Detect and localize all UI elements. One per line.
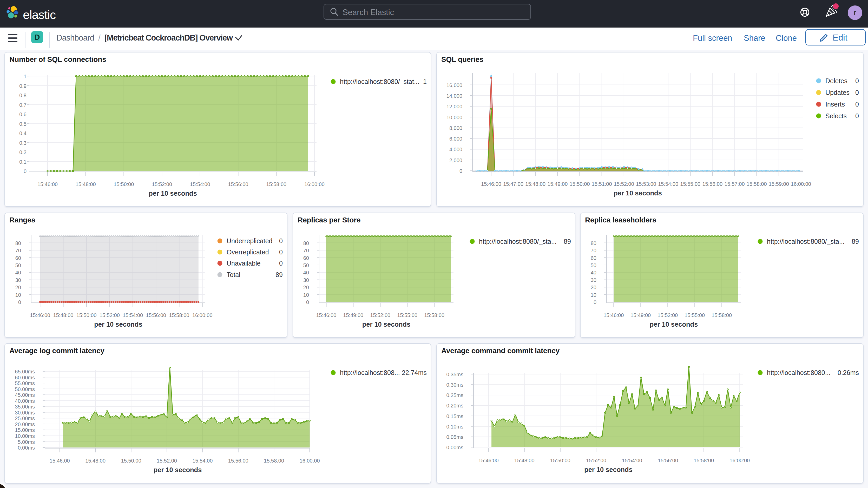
svg-text:15:50:00: 15:50:00 bbox=[114, 181, 134, 187]
svg-text:15:48:00: 15:48:00 bbox=[53, 312, 73, 318]
svg-text:10,000: 10,000 bbox=[446, 115, 462, 120]
svg-text:15:46:00: 15:46:00 bbox=[603, 312, 624, 318]
svg-text:15:46:00: 15:46:00 bbox=[478, 458, 499, 463]
svg-text:16:00:00: 16:00:00 bbox=[192, 312, 213, 318]
svg-text:http://localhost:808...: http://localhost:808... bbox=[340, 369, 400, 376]
svg-text:15:49:00: 15:49:00 bbox=[547, 181, 567, 187]
svg-text:15:46:00: 15:46:00 bbox=[481, 181, 501, 187]
svg-text:70: 70 bbox=[16, 248, 21, 253]
svg-text:15:46:00: 15:46:00 bbox=[30, 312, 50, 318]
svg-text:60: 60 bbox=[16, 255, 21, 261]
svg-text:per 10 seconds: per 10 seconds bbox=[362, 321, 411, 328]
svg-text:15:52:00: 15:52:00 bbox=[157, 458, 177, 464]
svg-text:15:50:00: 15:50:00 bbox=[570, 181, 590, 187]
svg-text:89: 89 bbox=[851, 238, 859, 245]
svg-text:15:54:00: 15:54:00 bbox=[658, 181, 678, 187]
svg-text:15:54:00: 15:54:00 bbox=[190, 181, 210, 187]
svg-text:1: 1 bbox=[24, 73, 27, 79]
svg-text:80: 80 bbox=[303, 240, 309, 246]
svg-text:30: 30 bbox=[591, 277, 596, 283]
svg-text:15:54:00: 15:54:00 bbox=[123, 312, 143, 318]
svg-text:15:56:00: 15:56:00 bbox=[228, 181, 248, 187]
svg-text:16:00:00: 16:00:00 bbox=[791, 181, 811, 187]
svg-text:10: 10 bbox=[16, 292, 21, 298]
svg-text:30: 30 bbox=[16, 277, 21, 283]
svg-text:0.10ms: 0.10ms bbox=[446, 424, 463, 430]
svg-text:0.05ms: 0.05ms bbox=[446, 434, 463, 440]
svg-text:0: 0 bbox=[279, 237, 283, 245]
svg-text:35.00ms: 35.00ms bbox=[15, 404, 35, 409]
svg-text:0.6: 0.6 bbox=[19, 112, 27, 117]
svg-text:25.00ms: 25.00ms bbox=[15, 416, 35, 421]
svg-text:20: 20 bbox=[16, 284, 21, 290]
svg-text:89: 89 bbox=[564, 238, 571, 245]
svg-text:Selects: Selects bbox=[826, 112, 847, 120]
svg-text:15:52:00: 15:52:00 bbox=[99, 312, 120, 318]
svg-text:50: 50 bbox=[303, 263, 309, 268]
svg-text:0: 0 bbox=[855, 89, 859, 96]
svg-text:0: 0 bbox=[18, 299, 21, 305]
svg-text:89: 89 bbox=[276, 271, 283, 278]
svg-text:15:46:00: 15:46:00 bbox=[50, 458, 70, 464]
svg-text:10: 10 bbox=[591, 292, 596, 298]
svg-text:Total: Total bbox=[227, 271, 240, 278]
svg-text:0: 0 bbox=[594, 299, 596, 305]
svg-text:80: 80 bbox=[591, 240, 596, 246]
svg-text:20: 20 bbox=[303, 284, 309, 290]
svg-text:0: 0 bbox=[460, 168, 462, 174]
svg-text:16:00:00: 16:00:00 bbox=[304, 181, 324, 187]
svg-text:15:56:00: 15:56:00 bbox=[702, 181, 722, 187]
svg-text:per 10 seconds: per 10 seconds bbox=[149, 190, 197, 197]
svg-text:40: 40 bbox=[591, 270, 596, 275]
svg-text:15:50:00: 15:50:00 bbox=[76, 312, 97, 318]
svg-text:60: 60 bbox=[591, 255, 596, 261]
svg-text:15:58:00: 15:58:00 bbox=[693, 458, 714, 463]
svg-text:4,000: 4,000 bbox=[450, 147, 462, 152]
svg-text:0: 0 bbox=[24, 169, 27, 174]
svg-text:0.1: 0.1 bbox=[19, 159, 27, 165]
svg-text:15:48:00: 15:48:00 bbox=[85, 458, 105, 464]
svg-text:15:52:00: 15:52:00 bbox=[657, 312, 678, 318]
svg-text:8,000: 8,000 bbox=[450, 125, 462, 131]
svg-text:30: 30 bbox=[303, 277, 309, 283]
svg-text:15:56:00: 15:56:00 bbox=[228, 458, 248, 464]
svg-text:Deletes: Deletes bbox=[826, 77, 847, 85]
svg-text:15:57:00: 15:57:00 bbox=[724, 181, 745, 187]
svg-text:15:54:00: 15:54:00 bbox=[192, 458, 213, 464]
svg-text:15:51:00: 15:51:00 bbox=[592, 181, 612, 187]
svg-text:50: 50 bbox=[16, 263, 21, 268]
svg-text:15:48:00: 15:48:00 bbox=[514, 458, 534, 463]
svg-text:15:46:00: 15:46:00 bbox=[316, 312, 336, 318]
svg-text:10: 10 bbox=[303, 292, 309, 298]
svg-text:40: 40 bbox=[16, 270, 21, 275]
svg-text:15:47:00: 15:47:00 bbox=[503, 181, 523, 187]
svg-text:0.26ms: 0.26ms bbox=[838, 369, 859, 376]
svg-text:0.30ms: 0.30ms bbox=[446, 382, 463, 388]
svg-text:45.00ms: 45.00ms bbox=[15, 392, 35, 398]
svg-text:0: 0 bbox=[855, 100, 859, 108]
svg-text:http://localhost:8080/_sta...: http://localhost:8080/_sta... bbox=[479, 238, 557, 245]
svg-text:Unavailable: Unavailable bbox=[227, 260, 261, 267]
svg-text:0: 0 bbox=[306, 299, 309, 305]
svg-text:0.25ms: 0.25ms bbox=[446, 392, 463, 398]
svg-text:15:46:00: 15:46:00 bbox=[37, 181, 58, 187]
svg-text:Underreplicated: Underreplicated bbox=[227, 237, 273, 245]
svg-text:0.7: 0.7 bbox=[19, 102, 27, 108]
svg-text:5.00ms: 5.00ms bbox=[18, 439, 35, 445]
svg-text:15:53:00: 15:53:00 bbox=[636, 181, 656, 187]
svg-text:16:00:00: 16:00:00 bbox=[300, 458, 320, 464]
svg-text:0.4: 0.4 bbox=[19, 130, 27, 136]
svg-text:0.8: 0.8 bbox=[19, 92, 27, 98]
svg-text:http://localhost:8080/_stat...: http://localhost:8080/_stat... bbox=[340, 78, 420, 85]
svg-text:15:50:00: 15:50:00 bbox=[550, 458, 570, 463]
svg-text:15:58:00: 15:58:00 bbox=[747, 181, 767, 187]
svg-text:12,000: 12,000 bbox=[446, 104, 462, 110]
svg-text:per 10 seconds: per 10 seconds bbox=[584, 466, 632, 473]
svg-text:0: 0 bbox=[855, 112, 859, 120]
svg-text:65.00ms: 65.00ms bbox=[15, 369, 35, 374]
svg-text:15:48:00: 15:48:00 bbox=[525, 181, 546, 187]
svg-text:http://localhost:8080/_sta...: http://localhost:8080/_sta... bbox=[767, 238, 845, 245]
svg-text:50: 50 bbox=[591, 263, 596, 268]
svg-text:15:56:00: 15:56:00 bbox=[658, 458, 678, 463]
svg-text:15:49:00: 15:49:00 bbox=[630, 312, 651, 318]
